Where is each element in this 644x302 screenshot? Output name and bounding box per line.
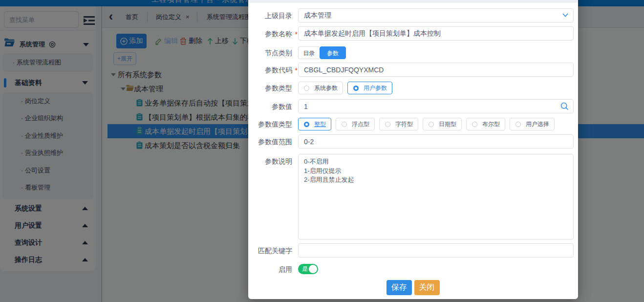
app-screen: 工程项目管理平台 - 系统管理 - 系统参数维护 ‹ 首页 岗位定义× 系统管理… [0, 0, 644, 302]
search-icon[interactable] [560, 102, 569, 110]
form-row-param-value: 参数值 [252, 99, 574, 113]
value-type-option-float[interactable]: 浮点型 [336, 118, 375, 130]
form-row-enabled: 启用 是 [252, 264, 574, 274]
match-keyword-input[interactable] [298, 243, 574, 258]
form-row-param-type: 参数类型 系统参数 用户参数 [252, 82, 574, 94]
value-type-option-boolean[interactable]: 布尔型 [466, 118, 505, 130]
param-desc-textarea[interactable]: 0-不启用 1-启用仅提示 2-启用且禁止发起 [298, 154, 574, 239]
form-row-parent-dir: 上级目录 成本管理 [252, 8, 574, 22]
chevron-down-icon [562, 12, 569, 18]
form-row-match-keyword: 匹配关键字 [252, 243, 574, 258]
parameter-edit-dialog: 上级目录 成本管理 参数名称* 节点类别 [248, 0, 578, 299]
node-type-option-directory[interactable]: 目录 [298, 46, 320, 59]
form-row-param-desc: 参数说明 0-不启用 1-启用仅提示 2-启用且禁止发起 [252, 154, 574, 239]
save-button[interactable]: 保存 [386, 280, 412, 295]
form-row-value-type: 参数值类型 整型 浮点型 字符型 日期型 布尔型 用户选择 [252, 118, 574, 130]
parent-dir-select[interactable]: 成本管理 [298, 8, 574, 22]
required-asterisk: * [295, 65, 298, 75]
radio-icon [342, 122, 347, 127]
radio-icon [429, 122, 434, 127]
value-range-input[interactable] [298, 134, 574, 149]
radio-icon [472, 122, 477, 127]
node-type-option-parameter[interactable]: 参数 [320, 46, 346, 59]
param-type-option-user[interactable]: 用户参数 [347, 82, 392, 94]
value-type-option-integer[interactable]: 整型 [298, 118, 331, 130]
value-type-option-date[interactable]: 日期型 [423, 118, 462, 130]
param-code-input[interactable] [298, 63, 574, 77]
form-row-param-code: 参数代码* [252, 63, 574, 77]
toggle-knob [309, 265, 317, 273]
param-value-input[interactable] [298, 99, 574, 113]
value-type-option-user-select[interactable]: 用户选择 [510, 118, 555, 130]
form-row-node-type: 节点类别 目录 参数 [252, 46, 574, 59]
param-type-option-system[interactable]: 系统参数 [298, 82, 343, 94]
radio-icon [304, 122, 309, 127]
radio-icon [515, 122, 521, 127]
enabled-toggle[interactable]: 是 [298, 264, 318, 274]
form-row-param-name: 参数名称* [252, 26, 574, 41]
radio-icon [304, 86, 309, 91]
form-row-value-range: 参数值范围 [252, 134, 574, 149]
dialog-body: 上级目录 成本管理 参数名称* 节点类别 [248, 2, 578, 300]
value-type-option-string[interactable]: 字符型 [379, 118, 418, 130]
close-button[interactable]: 关闭 [414, 280, 440, 295]
dialog-actions: 保存 关闭 [252, 280, 574, 295]
radio-icon [385, 122, 390, 127]
param-name-input[interactable] [298, 26, 574, 41]
radio-icon [353, 86, 359, 91]
required-asterisk: * [295, 29, 298, 39]
